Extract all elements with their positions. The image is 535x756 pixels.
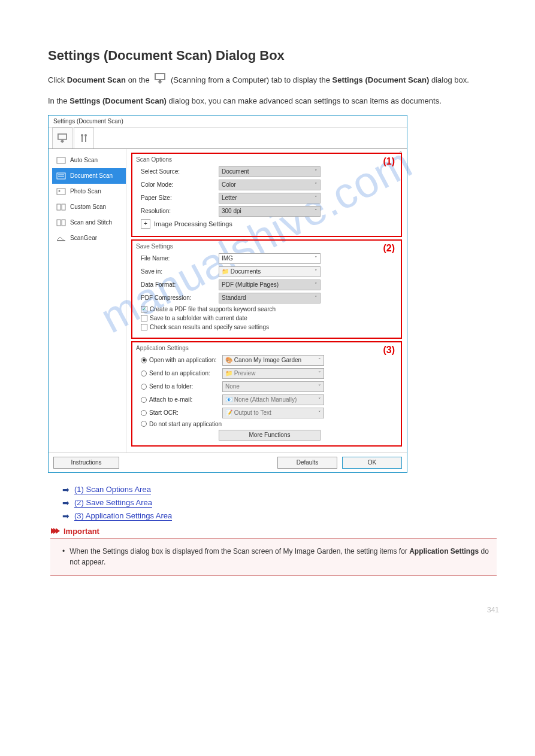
section-links: ➡(1) Scan Options Area ➡(2) Save Setting… xyxy=(62,485,499,521)
paper-size-dropdown[interactable]: Letter xyxy=(219,193,321,204)
open-with-app-value: 🎨 Canon My Image Garden xyxy=(225,357,301,363)
send-to-app-label: Send to an application: xyxy=(149,370,222,377)
scan-options-section: (1) Scan Options Select Source:Document … xyxy=(131,153,402,237)
send-to-folder-label: Send to a folder: xyxy=(149,383,222,390)
computer-scan-icon xyxy=(154,73,166,88)
intro-bold: Document Scan xyxy=(67,75,126,84)
svg-rect-14 xyxy=(57,189,65,195)
checkbox-check-results[interactable] xyxy=(141,324,147,330)
svg-point-15 xyxy=(59,190,61,192)
file-name-input[interactable]: IMG xyxy=(219,253,321,264)
select-source-dropdown[interactable]: Document xyxy=(219,166,321,177)
arrow-icon: ➡ xyxy=(62,511,69,521)
expand-image-processing-button[interactable]: + xyxy=(141,219,150,229)
radio-do-not-start[interactable] xyxy=(141,421,147,427)
save-settings-section: (2) Save Settings File Name:IMG Save in:… xyxy=(131,239,402,339)
tab-scan-from-computer[interactable] xyxy=(52,127,72,148)
para2: In the Settings (Document Scan) dialog b… xyxy=(48,95,499,108)
sidebar-item-photo-scan[interactable]: Photo Scan xyxy=(52,184,126,199)
svg-marker-2 xyxy=(158,81,162,84)
custom-scan-icon xyxy=(56,203,67,211)
important-body: When the Settings dialog box is displaye… xyxy=(50,538,497,576)
save-in-dropdown[interactable]: 📁 Documents xyxy=(219,266,321,277)
para2-before: In the xyxy=(48,96,69,105)
sidebar-item-document-scan[interactable]: Document Scan xyxy=(52,168,126,184)
svg-point-8 xyxy=(81,134,83,136)
svg-rect-19 xyxy=(62,220,65,226)
resolution-dropdown[interactable]: 300 dpi xyxy=(219,206,321,217)
sidebar-item-label: Auto Scan xyxy=(70,157,98,163)
file-name-value: IMG xyxy=(222,255,233,262)
save-in-value: 📁 Documents xyxy=(222,268,261,275)
radio-start-ocr[interactable] xyxy=(141,410,147,416)
svg-marker-5 xyxy=(60,141,64,143)
link-save-settings-area[interactable]: (2) Save Settings Area xyxy=(74,498,152,508)
tab-tools[interactable] xyxy=(74,127,94,148)
page-number: 341 xyxy=(48,606,499,614)
radio-send-to-folder[interactable] xyxy=(141,384,147,390)
pdf-compression-value: Standard xyxy=(222,294,246,301)
radio-attach-email[interactable] xyxy=(141,397,147,403)
intro-text2: on the xyxy=(126,75,152,84)
svg-rect-17 xyxy=(62,204,65,210)
svg-rect-4 xyxy=(61,139,64,141)
checkbox-pdf-keyword[interactable]: ✓ xyxy=(141,306,147,312)
start-ocr-dropdown: 📝 Output to Text xyxy=(222,408,324,418)
link-scan-options-area[interactable]: (1) Scan Options Area xyxy=(74,485,151,494)
important-heading: Important xyxy=(53,527,499,536)
sidebar-item-scangear[interactable]: ScanGear xyxy=(52,230,126,246)
tools-icon xyxy=(79,133,89,143)
document-scan-icon xyxy=(56,172,67,180)
para2-after: dialog box, you can make advanced scan s… xyxy=(167,96,442,105)
send-to-app-value: 📁 Preview xyxy=(225,370,255,377)
save-in-label: Save in: xyxy=(141,268,219,275)
attach-email-dropdown: 📧 None (Attach Manually) xyxy=(222,394,324,405)
open-with-app-dropdown[interactable]: 🎨 Canon My Image Garden xyxy=(222,355,324,366)
computer-icon xyxy=(57,133,68,143)
dialog-main: ⌃ (1) Scan Options Select Source:Documen… xyxy=(126,149,407,453)
scan-options-heading: Scan Options xyxy=(136,156,397,163)
checkbox-subfolder-date[interactable] xyxy=(141,315,147,321)
radio-open-with-app[interactable] xyxy=(141,357,147,363)
intro-text3: (Scanning from a Computer) tab to displa… xyxy=(171,75,333,84)
important-text-before: When the Settings dialog box is displaye… xyxy=(69,547,409,555)
svg-rect-10 xyxy=(57,157,65,163)
link-application-settings-area[interactable]: (3) Application Settings Area xyxy=(74,511,172,521)
image-processing-label: Image Processing Settings xyxy=(154,220,232,227)
checkbox-pdf-keyword-label: Create a PDF file that supports keyword … xyxy=(150,306,276,312)
sidebar-item-scan-stitch[interactable]: Scan and Stitch xyxy=(52,215,126,230)
svg-rect-3 xyxy=(58,133,67,139)
svg-point-9 xyxy=(84,134,87,136)
color-mode-label: Color Mode: xyxy=(141,181,219,188)
sidebar-item-auto-scan[interactable]: Auto Scan xyxy=(52,153,126,168)
arrow-icon: ➡ xyxy=(62,498,69,508)
instructions-button[interactable]: Instructions xyxy=(53,457,119,469)
checkbox-check-results-label: Check scan results and specify save sett… xyxy=(150,324,269,330)
attach-email-label: Attach to e-mail: xyxy=(149,396,222,403)
svg-rect-18 xyxy=(57,220,61,226)
sidebar-item-label: Document Scan xyxy=(70,172,113,179)
dialog-footer: Instructions Defaults OK xyxy=(49,453,407,472)
pdf-compression-dropdown[interactable]: Standard xyxy=(219,293,321,303)
resolution-value: 300 dpi xyxy=(222,208,241,214)
photo-scan-icon xyxy=(56,187,67,196)
color-mode-dropdown[interactable]: Color xyxy=(219,180,321,190)
paper-size-value: Letter xyxy=(222,195,237,201)
select-source-label: Select Source: xyxy=(141,168,219,175)
svg-rect-0 xyxy=(155,74,165,80)
important-text-bold: Application Settings xyxy=(409,547,479,555)
application-settings-heading: Application Settings xyxy=(136,345,397,351)
do-not-start-label: Do not start any application xyxy=(149,421,257,427)
data-format-dropdown[interactable]: PDF (Multiple Pages) xyxy=(219,280,321,290)
settings-dialog: Settings (Document Scan) Auto Scan Docum… xyxy=(48,115,407,473)
auto-scan-icon xyxy=(56,156,67,165)
radio-send-to-app[interactable] xyxy=(141,371,147,377)
defaults-button[interactable]: Defaults xyxy=(277,457,337,469)
more-functions-button[interactable]: More Functions xyxy=(219,430,321,441)
file-name-label: File Name: xyxy=(141,255,219,262)
sidebar-item-label: Photo Scan xyxy=(70,188,101,195)
ok-button[interactable]: OK xyxy=(342,457,402,469)
select-source-value: Document xyxy=(222,168,249,175)
application-settings-section: (3) Application Settings Open with an ap… xyxy=(131,341,402,447)
sidebar-item-custom-scan[interactable]: Custom Scan xyxy=(52,199,126,215)
